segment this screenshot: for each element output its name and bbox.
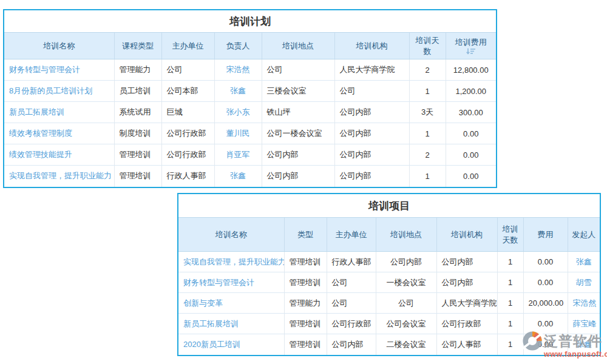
owner-link[interactable]: 张鑫 [214, 166, 262, 187]
training-name-link[interactable]: 新员工拓展培训 [178, 314, 284, 334]
column-header-0: 培训名称 [4, 33, 114, 59]
cell: 公司内部 [436, 272, 497, 293]
cell: 公司会议室 [376, 314, 436, 334]
column-header-label: 培训费用 [455, 38, 487, 47]
column-header-label: 培训机构 [451, 230, 483, 239]
header-row: 培训名称类型主办单位培训地点培训机构培训天数费用发起人 [178, 218, 600, 252]
column-header-label: 主办单位 [172, 41, 204, 50]
column-header-7: 发起人 [568, 218, 600, 252]
table-row: 创新与变革管理能力公司公司人民大学商学院120,000.00宋浩然 [178, 293, 600, 314]
column-header-label: 培训天数 [503, 224, 518, 244]
cell: 管理培训 [114, 144, 161, 166]
owner-link[interactable]: 肖亚军 [214, 144, 262, 166]
cell: 公司行政部 [327, 314, 376, 334]
cell: 管理培训 [284, 252, 327, 272]
training-name-link[interactable]: 绩效考核管理制度 [4, 123, 114, 144]
training-name-link[interactable]: 实现自我管理，提升职业能力 [4, 166, 114, 187]
column-header-5: 培训天数 [497, 218, 523, 252]
table-row: 财务转型与管理会计管理培训公司一楼会议室公司内部10.00胡雪 [178, 272, 600, 293]
cell: 公司行政部 [161, 144, 214, 166]
cell: 行政人事部 [161, 166, 214, 187]
cell: 系统试用 [114, 102, 161, 123]
training-name-link[interactable]: 财务转型与管理会计 [178, 272, 284, 293]
table-row: 8月份新的员工培训计划员工培训公司本部张鑫三楼会议室公司11,200.00 [4, 81, 496, 102]
cell: 1 [409, 166, 446, 187]
cell: 公司 [262, 59, 334, 81]
cell: 管理能力 [114, 59, 161, 81]
training-name-link[interactable]: 创新与变革 [178, 293, 284, 314]
initiator-link[interactable]: 张鑫 [568, 252, 600, 272]
fanpu-logo-icon [522, 331, 543, 351]
cell: 3天 [409, 102, 446, 123]
cell: 公司行政部 [161, 123, 214, 144]
cell: 1 [497, 334, 523, 355]
cell: 20,000.00 [523, 293, 568, 314]
cell: 0.00 [446, 123, 496, 144]
cell: 管理培训 [284, 272, 327, 293]
watermark: 泛普软件 www.fanpusoft.com [522, 331, 607, 362]
cell: 1 [497, 314, 523, 334]
cell: 公司一楼会议室 [262, 123, 334, 144]
column-header-0: 培训名称 [178, 218, 284, 252]
cell: 管理培训 [114, 166, 161, 187]
column-header-7[interactable]: 培训费用 [446, 33, 496, 59]
cell: 公司 [327, 293, 376, 314]
training-name-link[interactable]: 8月份新的员工培训计划 [4, 81, 114, 102]
cell: 公司内部 [262, 166, 334, 187]
training-name-link[interactable]: 绩效管理技能提升 [4, 144, 114, 166]
column-header-label: 培训机构 [356, 41, 388, 50]
cell: 公司内部 [327, 334, 376, 355]
watermark-brand-text: 泛普软件 [544, 332, 602, 351]
cell: 制度培训 [114, 123, 161, 144]
column-header-1: 类型 [284, 218, 327, 252]
training-plan-body: 财务转型与管理会计管理能力公司宋浩然公司人民大学商学院212,800.008月份… [4, 59, 496, 187]
cell: 管理能力 [284, 293, 327, 314]
cell: 0.00 [446, 166, 496, 187]
column-header-label: 费用 [538, 230, 554, 239]
cell: 二楼会议室 [376, 334, 436, 355]
column-header-3: 负责人 [214, 33, 262, 59]
cell: 2 [409, 59, 446, 81]
column-header-label: 主办单位 [336, 230, 367, 239]
cell: 公司本部 [161, 81, 214, 102]
column-header-label: 培训地点 [390, 230, 422, 239]
cell: 1 [409, 123, 446, 144]
table-row: 新员工拓展培训系统试用巨城张小东铁山坪公司内部3天300.00 [4, 102, 496, 123]
table-row: 绩效管理技能提升管理培训公司行政部肖亚军公司内部公司内部20.00 [4, 144, 496, 166]
initiator-link[interactable]: 宋浩然 [568, 293, 600, 314]
column-header-label: 培训名称 [43, 41, 75, 50]
cell: 人民大学商学院 [436, 293, 497, 314]
cell: 人民大学商学院 [334, 59, 409, 81]
column-header-label: 课程类型 [122, 41, 154, 50]
cell: 300.00 [446, 102, 496, 123]
column-header-3: 培训地点 [376, 218, 436, 252]
column-header-label: 发起人 [572, 230, 595, 239]
cell: 公司 [376, 293, 436, 314]
cell: 管理培训 [284, 314, 327, 334]
cell: 1 [497, 293, 523, 314]
training-plan-table: 培训名称课程类型主办单位负责人培训地点培训机构培训天数培训费用 财务转型与管理会… [4, 32, 496, 187]
column-header-label: 培训名称 [215, 230, 247, 239]
cell: 0.00 [446, 144, 496, 166]
cell: 员工培训 [114, 81, 161, 102]
training-name-link[interactable]: 新员工拓展培训 [4, 102, 114, 123]
training-name-link[interactable]: 2020新员工培训 [178, 334, 284, 355]
cell: 公司内部 [376, 252, 436, 272]
cell: 0.00 [523, 272, 568, 293]
cell: 公司人事部 [436, 334, 497, 355]
owner-link[interactable]: 张小东 [214, 102, 262, 123]
training-plan-header: 培训名称课程类型主办单位负责人培训地点培训机构培训天数培训费用 [4, 33, 496, 59]
training-name-link[interactable]: 财务转型与管理会计 [4, 59, 114, 81]
cell: 公司内部 [262, 144, 334, 166]
column-header-2: 主办单位 [161, 33, 214, 59]
cell: 0.00 [523, 252, 568, 272]
owner-link[interactable]: 董川民 [214, 123, 262, 144]
column-header-label: 培训天数 [416, 36, 439, 56]
owner-link[interactable]: 张鑫 [214, 81, 262, 102]
training-name-link[interactable]: 实现自我管理，提升职业能力 [178, 252, 284, 272]
owner-link[interactable]: 宋浩然 [214, 59, 262, 81]
cell: 公司 [327, 272, 376, 293]
column-header-label: 类型 [297, 230, 313, 239]
sort-descending-icon [466, 48, 476, 55]
initiator-link[interactable]: 胡雪 [568, 272, 600, 293]
